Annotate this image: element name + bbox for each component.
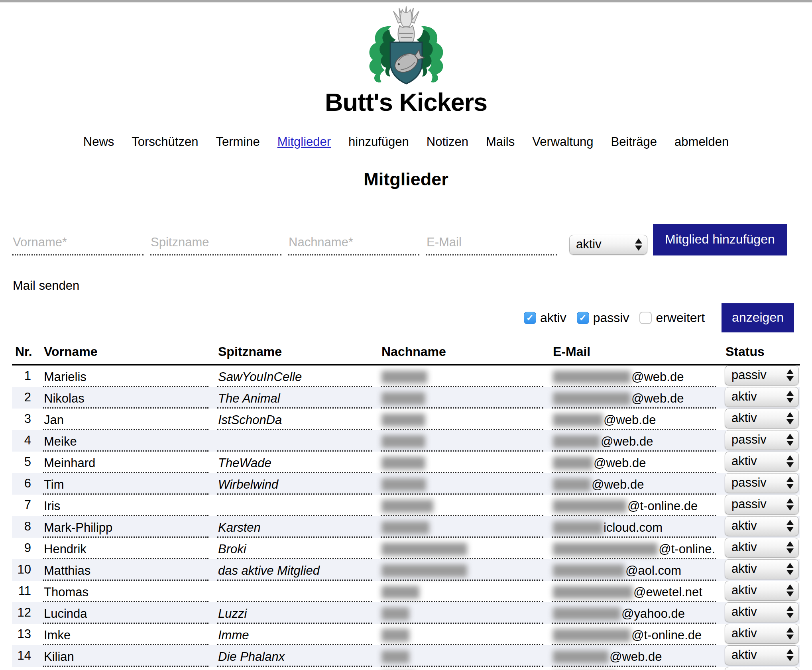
vorname-cell[interactable]: Marielis (43, 369, 208, 387)
vorname-cell[interactable]: Hendrik (43, 542, 208, 559)
send-mail-link[interactable]: Mail senden (13, 279, 79, 293)
spitzname-cell[interactable]: Imme (217, 628, 372, 645)
status-select[interactable]: aktiv (725, 452, 799, 472)
email-cell[interactable]: @web.de (552, 649, 716, 667)
email-cell[interactable]: @web.de (552, 434, 716, 452)
spitzname-cell[interactable]: IstSchonDa (217, 413, 372, 430)
nachname-cell[interactable] (381, 628, 543, 645)
status-value: passiv (731, 475, 767, 490)
status-select[interactable]: aktiv (725, 624, 799, 644)
spitzname-cell[interactable] (217, 434, 372, 452)
status-select[interactable]: aktiv (725, 409, 799, 428)
vorname-cell[interactable]: Tim (43, 477, 208, 495)
nachname-input[interactable] (288, 235, 419, 255)
nachname-cell[interactable] (381, 542, 543, 559)
email-cell[interactable]: icloud.com (552, 520, 716, 538)
nav-item-news[interactable]: News (83, 135, 114, 149)
nachname-cell[interactable] (381, 499, 543, 516)
new-member-status-select[interactable]: aktiv (569, 235, 647, 255)
add-member-button[interactable]: Mitglied hinzufügen (653, 224, 787, 255)
email-cell[interactable]: @t-online. (552, 542, 716, 559)
show-button[interactable]: anzeigen (722, 303, 794, 332)
status-select[interactable]: aktiv (725, 538, 799, 558)
nav-item-mails[interactable]: Mails (486, 135, 515, 149)
nav-item-torsch-tzen[interactable]: Torschützen (132, 135, 198, 149)
spitzname-cell[interactable]: SawYouInCelle (217, 369, 372, 387)
nachname-cell[interactable] (381, 477, 543, 495)
email-cell[interactable]: @web.de (552, 413, 716, 430)
checkbox-passiv[interactable]: ✓ (577, 312, 589, 324)
nav-item-abmelden[interactable]: abmelden (674, 135, 729, 149)
nachname-cell[interactable] (381, 520, 543, 538)
spitzname-input[interactable] (150, 235, 281, 255)
spitzname-cell[interactable]: TheWade (217, 456, 372, 473)
nachname-cell[interactable] (381, 391, 543, 409)
nav-item-termine[interactable]: Termine (216, 135, 260, 149)
spitzname-cell[interactable] (217, 499, 372, 516)
email-cell[interactable]: @ewetel.net (552, 585, 716, 602)
email-cell[interactable]: @web.de (552, 369, 716, 387)
spitzname-cell[interactable] (217, 585, 372, 602)
spitzname-cell[interactable]: Wirbelwind (217, 477, 372, 495)
nachname-cell[interactable] (381, 563, 543, 581)
vorname-cell[interactable]: Matthias (43, 563, 208, 581)
email-cell[interactable]: @t-online.de (552, 628, 716, 645)
vorname-cell[interactable]: Mark-Philipp (43, 520, 208, 538)
nachname-cell[interactable] (381, 413, 543, 430)
vorname-cell[interactable]: Kilian (43, 649, 208, 667)
vorname-cell[interactable]: Nikolas (43, 391, 208, 409)
status-select[interactable]: aktiv (725, 559, 799, 579)
crest-plume (393, 6, 419, 26)
status-select[interactable]: passiv (725, 365, 799, 385)
nav-item-beitr-ge[interactable]: Beiträge (611, 135, 657, 149)
nachname-cell[interactable] (381, 649, 543, 667)
nachname-cell[interactable] (381, 456, 543, 473)
email-input[interactable] (426, 235, 557, 255)
spitzname-cell[interactable]: Die Phalanx (217, 649, 372, 667)
row-number: 4 (12, 430, 43, 452)
email-cell[interactable]: @aol.com (552, 563, 716, 581)
nachname-cell[interactable] (381, 585, 543, 602)
select-arrows-icon (786, 563, 794, 575)
email-domain-text: @web.de (594, 456, 646, 470)
nachname-cell[interactable] (381, 434, 543, 452)
nav-item-mitglieder[interactable]: Mitglieder (277, 135, 331, 149)
email-cell[interactable]: @web.de (552, 477, 716, 495)
status-select[interactable]: aktiv (725, 387, 799, 407)
vorname-cell[interactable]: Iris (43, 499, 208, 516)
email-cell[interactable]: @web.de (552, 456, 716, 473)
spitzname-cell[interactable]: Karsten (217, 520, 372, 538)
spitzname-cell[interactable]: Luzzi (217, 606, 372, 624)
vorname-cell[interactable]: Meike (43, 434, 208, 452)
status-select[interactable]: passiv (725, 495, 799, 515)
nav-item-hinzuf-gen[interactable]: hinzufügen (348, 135, 409, 149)
spitzname-cell[interactable]: The Animal (217, 391, 372, 409)
vorname-cell[interactable]: Lucinda (43, 606, 208, 624)
vorname-cell[interactable]: Imke (43, 628, 208, 645)
spitzname-cell[interactable]: Broki (217, 542, 372, 559)
table-row: 10 Matthias das aktive Mitglied @aol.com… (12, 559, 800, 581)
vorname-cell[interactable]: Thomas (43, 585, 208, 602)
spitzname-cell[interactable]: das aktive Mitglied (217, 563, 372, 581)
status-select[interactable]: aktiv (725, 581, 799, 601)
status-select[interactable]: aktiv (725, 516, 799, 536)
nachname-cell[interactable] (381, 606, 543, 624)
status-select[interactable]: aktiv (725, 667, 799, 670)
nachname-cell[interactable] (381, 369, 543, 387)
vorname-cell[interactable]: Meinhard (43, 456, 208, 473)
vorname-input[interactable] (12, 235, 144, 255)
nav-item-verwaltung[interactable]: Verwaltung (532, 135, 593, 149)
vorname-cell[interactable]: Jan (43, 413, 208, 430)
status-select[interactable]: passiv (725, 430, 799, 450)
checkbox-aktiv[interactable]: ✓ (524, 312, 536, 324)
email-cell[interactable]: @yahoo.de (552, 606, 716, 624)
status-value: aktiv (731, 626, 757, 641)
checkbox-erweitert[interactable] (639, 312, 652, 324)
email-cell[interactable]: @t-online.de (552, 499, 716, 516)
status-select[interactable]: aktiv (725, 602, 799, 622)
nav-item-notizen[interactable]: Notizen (427, 135, 468, 149)
email-cell[interactable]: @web.de (552, 391, 716, 409)
row-number: 5 (12, 452, 43, 473)
status-select[interactable]: aktiv (725, 645, 799, 665)
status-select[interactable]: passiv (725, 473, 799, 493)
